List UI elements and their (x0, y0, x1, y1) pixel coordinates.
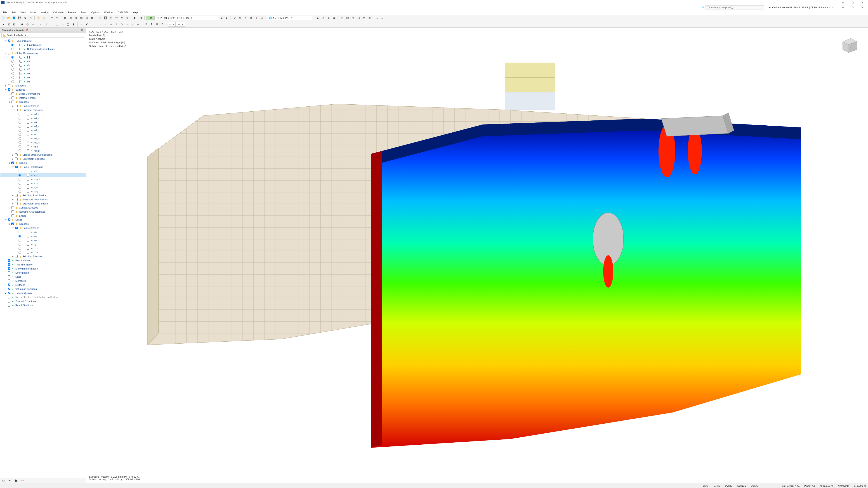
rotate-button[interactable]: ⟳ (125, 15, 130, 21)
tree-visibility-checkbox[interactable] (27, 231, 29, 233)
menu-view[interactable]: View (18, 11, 28, 14)
tree-expander-icon[interactable]: ▸ (8, 205, 11, 210)
line-style-5[interactable]: ⬀ (114, 22, 119, 27)
tree-checkbox[interactable] (15, 194, 18, 197)
tree-checkbox[interactable] (15, 202, 18, 205)
tree-checkbox[interactable] (8, 39, 10, 42)
tree-visibility-checkbox[interactable] (27, 186, 29, 189)
tree-radio[interactable] (19, 182, 21, 185)
tree-node[interactable]: ●σ2,- (0, 128, 86, 132)
tree-node[interactable]: ●uY (0, 63, 86, 67)
tree-radio[interactable] (19, 145, 21, 148)
loadcase-combo[interactable]: CO2 LC1 + LC2 + LC3 + LC4▾ (155, 16, 218, 20)
tree-visibility-checkbox[interactable] (27, 243, 29, 246)
window-close-button[interactable]: ✕ (858, 0, 867, 5)
tree-radio[interactable] (19, 137, 21, 140)
tree-checkbox[interactable] (11, 96, 14, 99)
tree-checkbox[interactable] (11, 215, 14, 217)
doc-minimize-button[interactable]: ─ (839, 5, 848, 10)
tree-node[interactable]: ▸▮Maximum Total Strains (0, 197, 86, 201)
tree-expander-icon[interactable]: ▸ (12, 197, 14, 201)
tree-node[interactable]: ▾▮Basic Stresses (0, 226, 86, 230)
check-button[interactable]: ✔ (84, 22, 89, 27)
tree-checkbox[interactable] (8, 271, 10, 274)
tree-radio[interactable] (19, 125, 21, 128)
tree-expander-icon[interactable]: ▸ (4, 84, 7, 88)
tree-radio[interactable] (11, 68, 14, 71)
doc-close-button[interactable]: ✕ (858, 5, 867, 10)
coord-combo[interactable]: 🌐1 - Global XYZ▾ (267, 16, 312, 20)
tree-radio[interactable] (19, 186, 21, 189)
tree-radio[interactable] (19, 239, 21, 241)
extra-1-button[interactable]: ≡ (375, 15, 379, 21)
tree-node[interactable]: ▾▮Principal Stresses (0, 108, 86, 112)
line-style-4[interactable]: ⟡ (108, 22, 114, 27)
menu-window[interactable]: Window (102, 11, 115, 14)
grid-3-button[interactable]: ▥ (73, 15, 79, 21)
menu-help[interactable]: Help (130, 11, 140, 14)
tree-expander-icon[interactable]: ▸ (12, 153, 14, 157)
menu-calculate[interactable]: Calculate (51, 11, 66, 14)
tree-checkbox[interactable] (8, 267, 10, 270)
tree-checkbox[interactable] (15, 227, 18, 229)
snap-3-button[interactable]: ○ (31, 22, 35, 27)
zoom-in-button[interactable]: ➕ (108, 15, 114, 21)
tree-radio[interactable] (19, 117, 21, 120)
script-button[interactable]: 📜 (36, 15, 41, 21)
tree-radio[interactable] (19, 251, 21, 254)
tree-radio[interactable] (19, 190, 21, 193)
tree-visibility-checkbox[interactable] (27, 239, 29, 241)
menu-file[interactable]: File (1, 11, 9, 14)
draw-surface-button[interactable]: ▱ (60, 22, 65, 27)
tree-node[interactable]: ●|u| (0, 55, 86, 59)
tree-node[interactable]: ●σy (0, 234, 86, 238)
menu-edit[interactable]: Edit (9, 11, 18, 14)
tree-node[interactable]: ▸▮Equivalent Total Strains (0, 201, 86, 205)
load-1-button[interactable]: ↧ (144, 22, 149, 27)
tree-radio[interactable] (19, 174, 21, 176)
tree-expander-icon[interactable]: ▾ (4, 51, 7, 55)
status-osnap[interactable]: OSNAP (751, 484, 760, 487)
tree-node[interactable]: ●αm (0, 144, 86, 149)
tree-radio[interactable] (11, 56, 14, 59)
select-window-button[interactable]: ◰ (6, 22, 11, 27)
misc-2-button[interactable]: ◇ (321, 15, 326, 21)
save-button[interactable]: 💾 (17, 15, 22, 21)
tree-expander-icon[interactable]: ▸ (12, 157, 14, 161)
tool-a-button[interactable]: ⚙ (232, 15, 237, 21)
tree-visibility-checkbox[interactable] (27, 149, 29, 152)
tree-node[interactable]: ●εy,- (0, 185, 86, 189)
tree-visibility-checkbox[interactable] (27, 125, 29, 128)
tree-node[interactable]: ●σz (0, 238, 86, 242)
tree-checkbox[interactable] (15, 255, 18, 258)
tree-visibility-checkbox[interactable] (27, 174, 29, 176)
tree-visibility-checkbox[interactable] (27, 141, 29, 144)
tree-radio[interactable] (19, 149, 21, 152)
tree-radio[interactable] (19, 170, 21, 172)
tree-node[interactable]: ●α- (0, 132, 86, 136)
edit-2-button[interactable]: ⿻ (345, 15, 350, 21)
line-style-2[interactable]: ⟍ (98, 22, 103, 27)
tree-visibility-checkbox[interactable] (27, 117, 29, 120)
view-2-button[interactable]: ◨ (138, 15, 143, 21)
tree-visibility-checkbox[interactable] (27, 113, 29, 116)
loadcase-type-combo[interactable]: S.Ch (146, 16, 155, 20)
tree-node[interactable]: ●Surfaces (0, 283, 86, 287)
pan-button[interactable]: ✥ (119, 15, 124, 21)
tree-visibility-checkbox[interactable] (27, 137, 29, 140)
tree-node[interactable]: ●Title Information (0, 263, 86, 267)
misc-4-button[interactable]: ▣ (332, 15, 337, 21)
menu-cad-bim[interactable]: CAD-BIM (115, 11, 130, 14)
tree-visibility-checkbox[interactable] (20, 80, 22, 83)
tree-node[interactable]: ▾▮Global Deformations (0, 51, 86, 55)
line-style-6[interactable]: ⬁ (119, 22, 124, 27)
tree-node[interactable]: ▸▮Basic Stresses (0, 104, 86, 108)
tree-node[interactable]: ●σ2,+ (0, 116, 86, 120)
window-minimize-button[interactable]: ─ (839, 0, 848, 5)
tree-checkbox[interactable] (15, 105, 18, 107)
tree-node[interactable]: ●εy,+ (0, 173, 86, 177)
tree-node[interactable]: ▸▮Principal Stresses (0, 254, 86, 258)
load-2-button[interactable]: ↥ (149, 22, 154, 27)
tree-visibility-checkbox[interactable] (27, 133, 29, 136)
tree-visibility-checkbox[interactable] (20, 56, 22, 59)
